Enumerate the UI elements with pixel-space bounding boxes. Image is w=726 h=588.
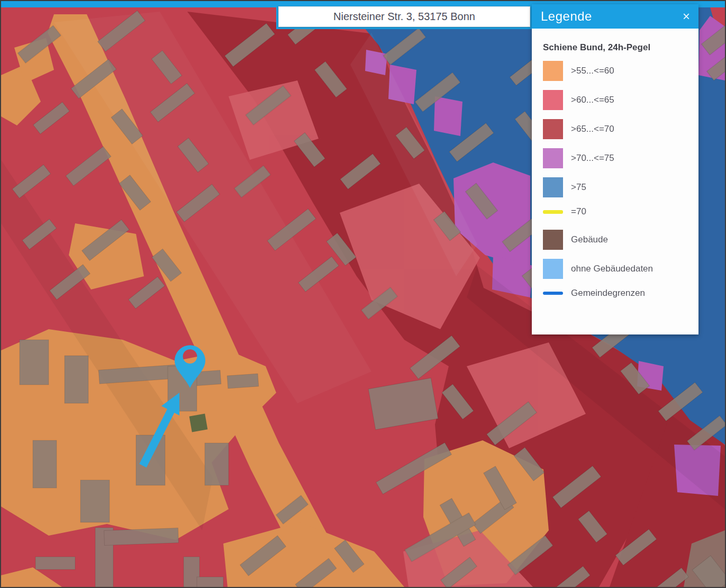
legend-item-55-60: >55...<=60: [543, 61, 688, 81]
swatch-no-building-data: [543, 259, 563, 279]
close-icon[interactable]: ×: [683, 10, 690, 23]
address-search-box: [276, 4, 532, 29]
legend-item-65-70: >65...<=70: [543, 119, 688, 139]
swatch-buildings: [543, 230, 563, 250]
legend-item-contour-70: =70: [543, 206, 688, 217]
legend-item-70-75: >70...<=75: [543, 148, 688, 168]
swatch-65-70: [543, 119, 563, 139]
legend-header: Legende ×: [532, 4, 698, 29]
swatch-over-75: [543, 177, 563, 197]
contour-line-swatch: [543, 210, 563, 214]
swatch-70-75: [543, 148, 563, 168]
vegetation-patch: [189, 414, 208, 432]
legend-title: Legende: [541, 9, 592, 24]
legend-item-60-65: >60...<=65: [543, 90, 688, 110]
legend-section-title: Schiene Bund, 24h-Pegel: [543, 42, 688, 53]
legend-item-buildings: Gebäude: [543, 230, 688, 250]
legend-panel: Legende × Schiene Bund, 24h-Pegel >55...…: [532, 4, 698, 334]
legend-item-over-75: >75: [543, 177, 688, 197]
address-search-input[interactable]: [278, 6, 530, 27]
noise-map-app-window: Legende × Schiene Bund, 24h-Pegel >55...…: [0, 0, 726, 588]
legend-body: Schiene Bund, 24h-Pegel >55...<=60 >60..…: [532, 29, 698, 298]
municipal-border-line-swatch: [543, 292, 563, 295]
swatch-55-60: [543, 61, 563, 81]
legend-item-municipal-borders: Gemeindegrenzen: [543, 288, 688, 298]
legend-item-no-building-data: ohne Gebäudedaten: [543, 259, 688, 279]
swatch-60-65: [543, 90, 563, 110]
